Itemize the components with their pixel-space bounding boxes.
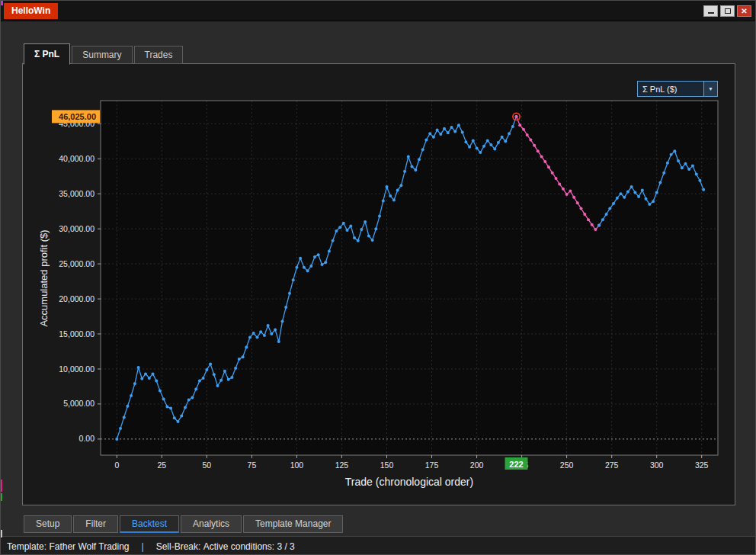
svg-text:10,000.00: 10,000.00 [59, 364, 94, 374]
tab-template-manager-label: Template Manager [255, 518, 331, 529]
status-separator: | [142, 541, 144, 552]
desktop-artifact [1, 530, 2, 537]
tab-summary[interactable]: Summary [72, 46, 132, 64]
series-selector-value: Σ PnL ($) [638, 85, 703, 94]
svg-text:200: 200 [470, 460, 484, 470]
chevron-down-icon: ▼ [703, 82, 717, 96]
crosshair-value-label: 46,025.00 [52, 110, 100, 123]
status-template-label: Template: [7, 541, 46, 552]
tab-filter[interactable]: Filter [73, 515, 118, 533]
crosshair-trade-label: 222 [505, 457, 528, 470]
plot-background [101, 101, 718, 455]
tab-filter-label: Filter [85, 518, 106, 529]
svg-text:250: 250 [560, 460, 574, 470]
chart-panel: Σ PnL ($) ▼ Accumulated profit ($) 0.005… [22, 63, 735, 505]
svg-text:275: 275 [605, 460, 619, 470]
svg-text:30,000.00: 30,000.00 [59, 224, 94, 233]
tab-analytics[interactable]: Analytics [181, 515, 242, 533]
pnl-chart[interactable]: 0.005,000.0010,000.0015,000.0020,000.002… [44, 98, 722, 479]
svg-text:325: 325 [695, 460, 709, 470]
status-template-value: Father Wolf Trading [49, 541, 129, 552]
desktop-artifact [1, 493, 2, 501]
maximize-icon [725, 8, 731, 14]
tab-trades[interactable]: Trades [134, 46, 184, 64]
close-button[interactable]: ✕ [737, 5, 751, 17]
maximize-button[interactable] [720, 5, 735, 17]
svg-text:75: 75 [248, 460, 257, 470]
svg-text:300: 300 [650, 460, 664, 470]
svg-text:222: 222 [509, 460, 523, 469]
svg-text:0.00: 0.00 [79, 434, 95, 443]
svg-text:175: 175 [425, 460, 439, 470]
tab-backtest-label: Backtest [132, 518, 167, 529]
close-icon: ✕ [741, 7, 747, 15]
tab-pnl-label: Σ PnL [34, 49, 59, 59]
desktop-artifact [1, 480, 2, 492]
svg-text:25: 25 [157, 460, 166, 470]
status-rule-label: Sell-Break: [156, 541, 201, 552]
tab-template-manager[interactable]: Template Manager [243, 515, 343, 533]
svg-text:35,000.00: 35,000.00 [59, 189, 94, 198]
svg-text:0: 0 [114, 460, 119, 470]
top-tab-bar: Σ PnL Summary Trades [24, 43, 184, 64]
series-selector-dropdown[interactable]: Σ PnL ($) ▼ [637, 81, 718, 97]
window-title: HelloWin [4, 3, 58, 19]
title-bar[interactable]: HelloWin ✕ [1, 1, 755, 21]
svg-text:46,025.00: 46,025.00 [59, 112, 96, 121]
svg-text:20,000.00: 20,000.00 [59, 294, 94, 303]
svg-text:15,000.00: 15,000.00 [59, 329, 94, 338]
minimize-icon [708, 12, 714, 14]
svg-text:40,000.00: 40,000.00 [59, 154, 94, 163]
tab-setup[interactable]: Setup [24, 515, 72, 533]
svg-text:100: 100 [290, 460, 304, 470]
status-bar: Template: Father Wolf Trading | Sell-Bre… [1, 536, 755, 555]
x-axis-labels: 0255075100125150175200225250275300325 [114, 455, 708, 470]
desktop-artifact [1, 1, 3, 5]
tab-summary-label: Summary [82, 50, 121, 60]
svg-text:150: 150 [380, 460, 394, 470]
svg-text:5,000.00: 5,000.00 [63, 399, 94, 408]
window-controls: ✕ [703, 5, 751, 17]
svg-text:50: 50 [202, 460, 211, 470]
tab-pnl[interactable]: Σ PnL [24, 43, 70, 65]
svg-text:125: 125 [335, 460, 349, 470]
tab-backtest[interactable]: Backtest [120, 515, 179, 533]
tab-analytics-label: Analytics [193, 518, 229, 529]
tab-trades-label: Trades [145, 50, 173, 60]
status-rule-value: Active conditions: 3 / 3 [203, 541, 295, 552]
bottom-tab-bar: Setup Filter Backtest Analytics Template… [24, 515, 344, 533]
minimize-button[interactable] [703, 5, 718, 17]
svg-text:25,000.00: 25,000.00 [59, 259, 94, 268]
application-window: HelloWin ✕ Σ PnL Summary Trades Σ PnL ($… [0, 0, 756, 555]
y-axis-labels: 0.005,000.0010,000.0015,000.0020,000.002… [59, 119, 101, 444]
tab-setup-label: Setup [36, 518, 59, 529]
x-axis-title: Trade (chronological order) [101, 476, 718, 488]
